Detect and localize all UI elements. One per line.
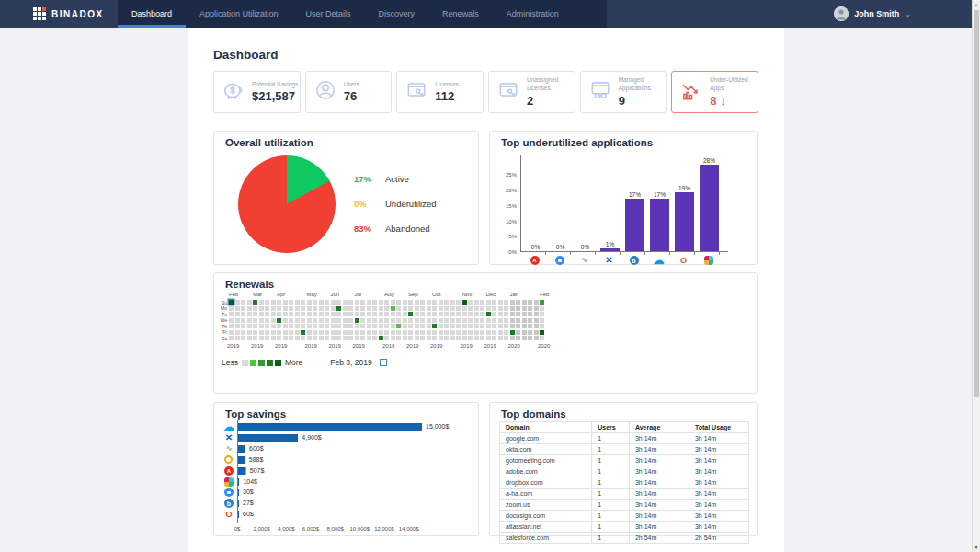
heatmap-cell[interactable] (391, 336, 395, 340)
heatmap-cell[interactable] (301, 330, 305, 335)
heatmap-cell[interactable] (468, 324, 473, 328)
heatmap-cell[interactable] (480, 330, 484, 335)
heatmap-cell[interactable] (265, 312, 269, 316)
heatmap-cell[interactable] (295, 300, 300, 305)
heatmap-cell[interactable] (331, 306, 336, 311)
heatmap-cell[interactable] (498, 312, 503, 316)
heatmap-cell[interactable] (427, 318, 431, 323)
savings-bar-zoom[interactable] (238, 489, 239, 496)
heatmap-cell[interactable] (450, 330, 455, 335)
heatmap-cell[interactable] (456, 324, 461, 328)
heatmap-cell[interactable] (432, 318, 437, 323)
heatmap-cell[interactable] (450, 300, 455, 305)
heatmap-cell[interactable] (355, 318, 359, 323)
heatmap-cell[interactable] (259, 300, 264, 305)
heatmap-cell[interactable] (379, 336, 383, 340)
heatmap-cell[interactable] (456, 330, 461, 335)
heatmap-cell[interactable] (444, 336, 449, 340)
heatmap-cell[interactable] (474, 312, 479, 316)
heatmap-cell[interactable] (486, 324, 491, 328)
heatmap-cell[interactable] (450, 336, 455, 340)
heatmap-cell[interactable] (528, 330, 532, 335)
heatmap-cell[interactable] (504, 330, 508, 335)
heatmap-cell[interactable] (396, 300, 401, 305)
heatmap-cell[interactable] (384, 324, 389, 328)
heatmap-cell[interactable] (420, 336, 425, 340)
heatmap-cell[interactable] (415, 336, 419, 340)
heatmap-cell[interactable] (325, 318, 329, 323)
heatmap-cell[interactable] (432, 300, 437, 305)
heatmap-cell[interactable] (331, 330, 336, 335)
heatmap-cell[interactable] (283, 300, 288, 305)
heatmap-cell[interactable] (391, 306, 395, 311)
heatmap-cell[interactable] (492, 324, 496, 328)
heatmap-cell[interactable] (372, 318, 377, 323)
heatmap-cell[interactable] (348, 330, 353, 335)
heatmap-cell[interactable] (534, 300, 539, 305)
heatmap-cell[interactable] (271, 312, 276, 316)
heatmap-cell[interactable] (289, 312, 293, 316)
nav-item-discovery[interactable]: Discovery (365, 0, 429, 28)
heatmap-cell[interactable] (265, 300, 269, 305)
heatmap-cell[interactable] (403, 330, 407, 335)
heatmap-cell[interactable] (384, 318, 389, 323)
heatmap-cell[interactable] (391, 324, 395, 328)
heatmap-cell[interactable] (522, 336, 527, 340)
heatmap-cell[interactable] (540, 336, 544, 340)
heatmap-cell[interactable] (432, 306, 437, 311)
heatmap-cell[interactable] (396, 318, 401, 323)
heatmap-cell[interactable] (367, 312, 371, 316)
heatmap-cell[interactable] (241, 336, 245, 340)
heatmap-cell[interactable] (229, 336, 234, 340)
heatmap-cell[interactable] (462, 324, 467, 328)
heatmap-cell[interactable] (480, 312, 484, 316)
heatmap-cell[interactable] (516, 300, 520, 305)
heatmap-cell[interactable] (241, 318, 245, 323)
heatmap-cell[interactable] (504, 336, 508, 340)
heatmap-cell-selected[interactable] (229, 300, 234, 305)
heatmap-cell[interactable] (420, 330, 425, 335)
heatmap-cell[interactable] (331, 336, 336, 340)
heatmap-cell[interactable] (456, 336, 461, 340)
heatmap-cell[interactable] (379, 300, 383, 305)
heatmap-cell[interactable] (474, 300, 479, 305)
heatmap-cell[interactable] (498, 300, 503, 305)
heatmap-cell[interactable] (420, 324, 425, 328)
heatmap-cell[interactable] (247, 324, 252, 328)
heatmap-cell[interactable] (474, 324, 479, 328)
heatmap-cell[interactable] (259, 324, 264, 328)
scroll-down-arrow-icon[interactable]: ▼ (973, 545, 980, 550)
heatmap-cell[interactable] (348, 324, 353, 328)
heatmap-cell[interactable] (355, 336, 359, 340)
heatmap-cell[interactable] (415, 306, 419, 311)
heatmap-cell[interactable] (277, 306, 281, 311)
heatmap-cell[interactable] (241, 300, 245, 305)
heatmap-cell[interactable] (289, 306, 293, 311)
heatmap-cell[interactable] (289, 336, 293, 340)
heatmap-cell[interactable] (391, 300, 395, 305)
heatmap-cell[interactable] (247, 330, 252, 335)
heatmap-cell[interactable] (408, 330, 413, 335)
heatmap-cell[interactable] (343, 336, 348, 340)
heatmap-cell[interactable] (289, 330, 293, 335)
heatmap-cell[interactable] (360, 330, 365, 335)
heatmap-cell[interactable] (253, 312, 257, 316)
heatmap-cell[interactable] (384, 300, 389, 305)
heatmap-cell[interactable] (289, 324, 293, 328)
heatmap-cell[interactable] (516, 330, 520, 335)
heatmap-cell[interactable] (528, 318, 532, 323)
heatmap-cell[interactable] (415, 300, 419, 305)
heatmap-cell[interactable] (379, 324, 383, 328)
heatmap-cell[interactable] (403, 300, 407, 305)
heatmap-cell[interactable] (313, 318, 317, 323)
heatmap-cell[interactable] (384, 306, 389, 311)
savings-bar-donut[interactable] (238, 456, 245, 464)
heatmap-cell[interactable] (241, 312, 245, 316)
heatmap-cell[interactable] (367, 300, 371, 305)
heatmap-cell[interactable] (540, 300, 544, 305)
heatmap-cell[interactable] (408, 336, 413, 340)
stat-card-unassigned-licenses[interactable]: Unassigned Licenses2 (488, 71, 575, 113)
savings-bar-dropbox[interactable] (238, 434, 298, 442)
heatmap-cell[interactable] (486, 312, 491, 316)
heatmap-cell[interactable] (301, 324, 305, 328)
